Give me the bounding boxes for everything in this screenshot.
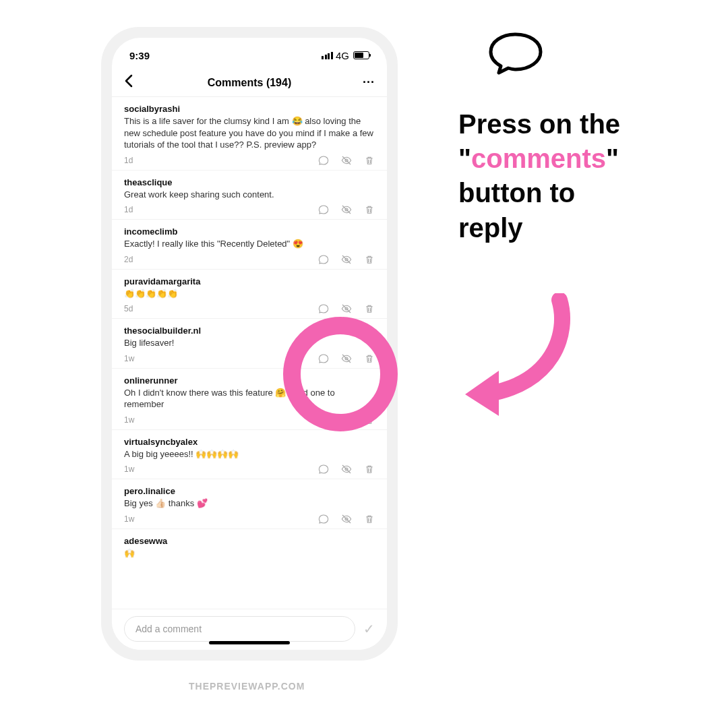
annotation-text: Press on the "comments" button to reply [458,107,701,245]
hide-icon[interactable] [341,303,352,314]
comment-item: incomeclimb Exactly! I really like this … [112,220,387,270]
comment-username[interactable]: virtualsyncbyalex [124,437,375,447]
reply-icon[interactable] [318,464,329,475]
send-button[interactable]: ✓ [363,621,375,637]
screen: 9:39 4G Comments (194) ··· socialbyrashi… [112,38,387,650]
comment-time: 1w [124,514,134,524]
comment-time: 1d [124,156,133,165]
delete-icon[interactable] [364,303,375,314]
comment-item: thesocialbuilder.nl Big lifesaver! 1w [112,319,387,369]
delete-icon[interactable] [364,514,375,524]
delete-icon[interactable] [364,353,375,364]
comment-time: 2d [124,255,133,264]
anno-quote-close: " [606,144,619,173]
reply-icon[interactable] [318,415,329,425]
status-right: 4G [322,50,369,61]
hide-icon[interactable] [341,514,352,524]
delete-icon[interactable] [364,155,375,166]
home-indicator [209,641,290,644]
reply-icon[interactable] [318,353,329,364]
back-button[interactable] [124,74,143,92]
status-time: 9:39 [129,50,150,61]
page-title: Comments (194) [143,77,356,89]
comment-username[interactable]: pero.linalice [124,486,375,496]
reply-icon[interactable] [318,514,329,524]
comment-time: 1d [124,205,133,214]
comment-text: Great work keep sharing such content. [124,189,375,201]
header: Comments (194) ··· [112,69,387,97]
comment-username[interactable]: theasclique [124,177,375,187]
hide-icon[interactable] [341,353,352,364]
comment-item: onlinerunner Oh I didn't know there was … [112,369,387,430]
comment-item: virtualsyncbyalex A big big yeeees!! 🙌🙌🙌… [112,430,387,480]
comment-item: pero.linalice Big yes 👍🏻 thanks 💕 1w [112,479,387,529]
comment-time: 1w [124,415,134,425]
reply-icon[interactable] [318,254,329,265]
watermark: THEPREVIEWAPP.COM [189,681,305,692]
comment-username[interactable]: puravidamargarita [124,276,375,286]
hide-icon[interactable] [341,155,352,166]
comment-username[interactable]: incomeclimb [124,226,375,237]
signal-icon [322,52,333,59]
comment-time: 1w [124,354,134,363]
comment-text: Big lifesaver! [124,337,375,349]
comment-text: 🙌 [124,547,375,559]
comment-text: Oh I didn't know there was this feature … [124,387,375,411]
battery-icon [353,51,369,59]
hide-icon[interactable] [341,464,352,475]
speech-bubble-icon [485,30,546,78]
comment-text: A big big yeeees!! 🙌🙌🙌🙌 [124,448,375,460]
comment-text: 👏👏👏👏👏 [124,288,375,300]
anno-line3: button to [458,178,575,208]
comment-item: theasclique Great work keep sharing such… [112,171,387,220]
comment-username[interactable]: thesocialbuilder.nl [124,326,375,336]
status-bar: 9:39 4G [112,38,387,69]
comment-time: 1w [124,464,134,474]
delete-icon[interactable] [364,254,375,265]
comments-list[interactable]: socialbyrashi This is a life saver for t… [112,97,387,609]
delete-icon[interactable] [364,464,375,475]
network-label: 4G [336,50,349,61]
reply-icon[interactable] [318,204,329,215]
annotation-block: Press on the "comments" button to reply [458,30,701,262]
comment-item: adesewwa 🙌 [112,529,387,564]
anno-line4: reply [458,213,523,243]
anno-highlight: comments [471,144,606,173]
comment-item: puravidamargarita 👏👏👏👏👏 5d [112,270,387,320]
comment-time: 5d [124,304,133,313]
hide-icon[interactable] [341,204,352,215]
comment-text: This is a life saver for the clumsy kind… [124,115,375,151]
hide-icon[interactable] [341,254,352,265]
comment-input[interactable]: Add a comment [124,616,355,642]
reply-icon[interactable] [318,303,329,314]
delete-icon[interactable] [364,204,375,215]
more-button[interactable]: ··· [356,75,375,90]
delete-icon[interactable] [364,415,375,425]
phone-frame: 9:39 4G Comments (194) ··· socialbyrashi… [101,27,398,661]
comment-username[interactable]: onlinerunner [124,375,375,386]
hide-icon[interactable] [341,415,352,425]
comment-text: Big yes 👍🏻 thanks 💕 [124,497,375,510]
comment-text: Exactly! I really like this "Recently De… [124,238,375,250]
reply-icon[interactable] [318,155,329,166]
arrow-icon [458,293,580,421]
anno-quote-open: " [458,144,471,173]
comment-username[interactable]: socialbyrashi [124,104,375,114]
anno-line1: Press on the [458,109,620,139]
comment-item: socialbyrashi This is a life saver for t… [112,97,387,171]
comment-username[interactable]: adesewwa [124,536,375,546]
